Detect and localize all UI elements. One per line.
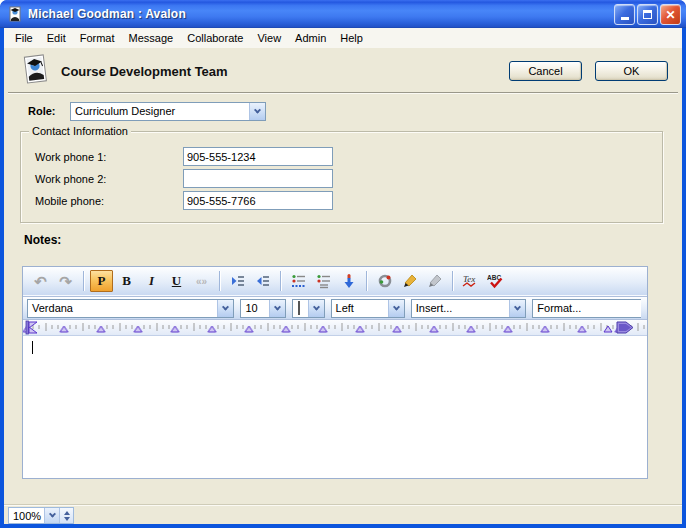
menu-collaborate[interactable]: Collaborate — [180, 29, 250, 47]
ok-button[interactable]: OK — [595, 61, 668, 81]
chevron-down-icon[interactable] — [217, 300, 233, 317]
mobile-phone-label: Mobile phone: — [35, 195, 183, 207]
contact-legend: Contact Information — [29, 125, 131, 137]
menu-bar: File Edit Format Message Collaborate Vie… — [4, 28, 682, 48]
paragraph-button[interactable]: P — [90, 270, 113, 292]
mobile-phone-field[interactable] — [183, 191, 333, 210]
header-separator — [8, 92, 678, 94]
menu-format[interactable]: Format — [73, 29, 122, 47]
chevron-down-icon[interactable] — [388, 300, 404, 317]
mobile-phone-row: Mobile phone: — [35, 191, 333, 210]
insert-select[interactable]: Insert... — [411, 299, 527, 318]
format-painter-icon[interactable] — [423, 270, 446, 292]
chevron-down-icon[interactable] — [269, 300, 285, 317]
font-select[interactable]: Verdana — [27, 299, 234, 318]
window-title: Michael Goodman : Avalon — [28, 7, 186, 21]
minimize-icon[interactable] — [614, 4, 635, 25]
work-phone-1-label: Work phone 1: — [35, 151, 183, 163]
text-color-select[interactable] — [292, 299, 325, 318]
color-wheel-icon[interactable] — [373, 270, 396, 292]
signature-icon[interactable]: Tex — [459, 270, 482, 292]
menu-file[interactable]: File — [8, 29, 40, 47]
outdent-icon[interactable] — [251, 270, 274, 292]
work-phone-1-field[interactable] — [183, 147, 333, 166]
app-icon — [7, 6, 23, 22]
role-label: Role: — [28, 105, 56, 117]
spellcheck-icon[interactable]: ABC — [484, 270, 507, 292]
align-select[interactable]: Left — [331, 299, 405, 318]
italic-button[interactable]: I — [140, 270, 163, 292]
zoom-control[interactable]: 100% — [8, 507, 74, 524]
ruler[interactable] — [23, 320, 647, 336]
role-select[interactable]: Curriculum Designer — [70, 102, 266, 121]
format-select[interactable]: Format... — [532, 299, 641, 318]
contact-information-group: Contact Information Work phone 1: Work p… — [20, 131, 663, 223]
menu-help[interactable]: Help — [333, 29, 370, 47]
spin-down-icon[interactable] — [64, 517, 70, 521]
text-color-swatch — [298, 301, 300, 315]
redo-icon[interactable]: ↷ — [54, 270, 77, 292]
notes-label: Notes: — [24, 233, 61, 247]
arrow-down-icon[interactable] — [337, 270, 360, 292]
menu-edit[interactable]: Edit — [40, 29, 73, 47]
quotes-icon[interactable]: «» — [190, 270, 213, 292]
cancel-button[interactable]: Cancel — [509, 61, 582, 81]
dialog-window: Michael Goodman : Avalon ✕ File Edit For… — [0, 0, 686, 528]
zoom-value: 100% — [9, 508, 44, 523]
notes-editor: ↶ ↷ P B I U «» — [22, 266, 648, 479]
person-card-icon — [18, 54, 52, 86]
menu-view[interactable]: View — [250, 29, 288, 47]
role-value: Curriculum Designer — [71, 103, 249, 120]
zoom-spinner[interactable] — [59, 508, 73, 523]
maximize-icon[interactable] — [637, 4, 658, 25]
menu-admin[interactable]: Admin — [288, 29, 333, 47]
editor-toolbar: ↶ ↷ P B I U «» — [23, 267, 647, 296]
line-spacing-icon[interactable] — [312, 270, 335, 292]
chevron-down-icon[interactable] — [249, 103, 265, 120]
work-phone-2-field[interactable] — [183, 169, 333, 188]
svg-text:Tex: Tex — [463, 274, 475, 284]
text-caret — [32, 341, 33, 354]
font-size-select[interactable]: 10 — [240, 299, 285, 318]
highlighter-icon[interactable] — [398, 270, 421, 292]
close-icon[interactable]: ✕ — [660, 4, 681, 25]
work-phone-2-row: Work phone 2: — [35, 169, 333, 188]
work-phone-1-row: Work phone 1: — [35, 147, 333, 166]
indent-icon[interactable] — [226, 270, 249, 292]
list-style-icon[interactable] — [287, 270, 310, 292]
status-separator — [4, 504, 682, 506]
page-title: Course Development Team — [61, 64, 228, 79]
zoom-dropdown-icon[interactable] — [44, 508, 59, 523]
work-phone-2-label: Work phone 2: — [35, 173, 183, 185]
editor-format-bar: Verdana 10 Left Insert... — [23, 296, 647, 320]
title-bar[interactable]: Michael Goodman : Avalon ✕ — [0, 0, 686, 28]
chevron-down-icon[interactable] — [308, 300, 324, 317]
bold-button[interactable]: B — [115, 270, 138, 292]
spin-up-icon[interactable] — [64, 511, 70, 515]
notes-text-area[interactable] — [23, 336, 647, 478]
undo-icon[interactable]: ↶ — [29, 270, 52, 292]
underline-button[interactable]: U — [165, 270, 188, 292]
menu-message[interactable]: Message — [122, 29, 181, 47]
chevron-down-icon[interactable] — [509, 300, 525, 317]
